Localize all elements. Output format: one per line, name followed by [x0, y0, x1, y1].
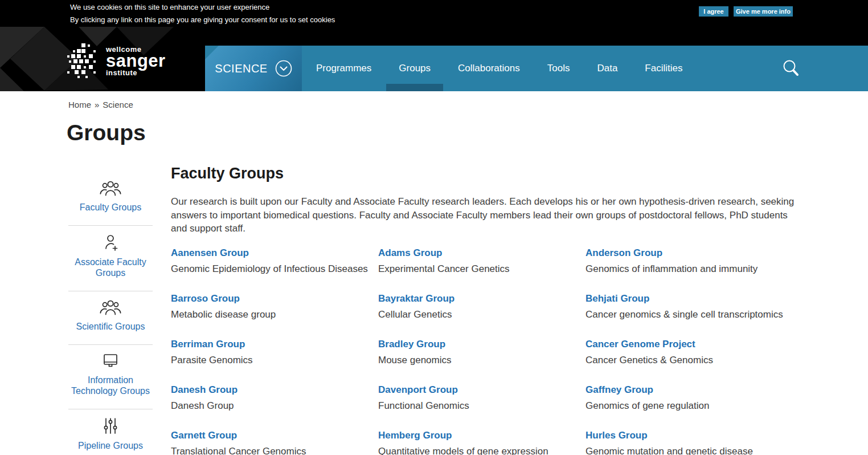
group-link[interactable]: Hemberg Group [378, 429, 452, 441]
group-list-item: Hemberg Group Quantitative models of gen… [378, 429, 586, 455]
cookie-message-line2: By clicking any link on this page you ar… [70, 15, 335, 24]
sidebar-item-information-technology-groups[interactable]: Information Technology Groups [68, 344, 153, 409]
sidebar-item-scientific-groups[interactable]: Scientific Groups [68, 291, 153, 344]
breadcrumb-separator: » [95, 100, 99, 109]
group-list-item: Garnett Group Translational Cancer Genom… [171, 429, 378, 455]
sidebar-item-associate-faculty-groups[interactable]: Associate Faculty Groups [68, 225, 153, 291]
sanger-logo[interactable]: wellcome sanger institute [67, 43, 166, 79]
group-link[interactable]: Barroso Group [171, 292, 240, 304]
group-link[interactable]: Aanensen Group [171, 247, 249, 259]
group-list-item: Bayraktar Group Cellular Genetics [378, 292, 586, 338]
group-link[interactable]: Adams Group [378, 247, 442, 259]
group-description: Cellular Genetics [378, 308, 586, 320]
groups-grid: Aanensen Group Genomic Epidemiology of I… [171, 247, 820, 455]
group-description: Cancer genomics & single cell transcript… [586, 308, 793, 320]
group-link[interactable]: Garnett Group [171, 429, 237, 441]
group-description: Parasite Genomics [171, 354, 378, 366]
nav-item-data[interactable]: Data [597, 46, 617, 91]
groups-sidebar: Faculty Groups Associate Faculty Groups … [68, 172, 153, 455]
search-button[interactable] [781, 59, 801, 78]
group-list-item: Hurles Group Genomic mutation and geneti… [586, 429, 793, 455]
sliders-icon [68, 417, 153, 437]
group-link[interactable]: Hurles Group [586, 429, 648, 441]
breadcrumb-science-link[interactable]: Science [103, 100, 133, 109]
group-list-item: Gaffney Group Genomics of gene regulatio… [586, 384, 793, 429]
group-link[interactable]: Bradley Group [378, 338, 445, 350]
group-link[interactable]: Cancer Genome Project [586, 338, 695, 350]
cookie-agree-button[interactable]: I agree [699, 6, 728, 17]
group-link[interactable]: Bayraktar Group [378, 292, 455, 304]
group-link[interactable]: Behjati Group [586, 292, 649, 304]
section-intro: Our research is built upon our Faculty a… [171, 195, 804, 235]
main-navbar: SCIENCE Programmes Groups Collaborations… [205, 46, 868, 91]
nav-item-collaborations[interactable]: Collaborations [458, 46, 520, 91]
group-list-item: Anderson Group Genomics of inflammation … [586, 247, 793, 292]
group-description: Genomic Epidemiology of Infectious Disea… [171, 263, 378, 275]
group-description: Genomics of gene regulation [586, 400, 793, 412]
group-list-item: Davenport Group Functional Genomics [378, 384, 586, 429]
breadcrumb-home-link[interactable]: Home [68, 100, 91, 109]
group-description: Danesh Group [171, 400, 378, 412]
sidebar-item-label: Faculty Groups [68, 202, 153, 213]
search-icon [781, 59, 801, 78]
group-list-item: Danesh Group Danesh Group [171, 384, 378, 429]
people-group-icon [68, 180, 153, 198]
group-description: Quantitative models of gene expression [378, 445, 586, 455]
breadcrumb: Home » Science [68, 100, 133, 109]
nav-item-programmes[interactable]: Programmes [316, 46, 371, 91]
group-link[interactable]: Anderson Group [586, 247, 662, 259]
science-section-label: SCIENCE [215, 62, 267, 75]
group-link[interactable]: Danesh Group [171, 384, 238, 396]
sidebar-item-label: Pipeline Groups [68, 440, 153, 451]
group-description: Genomic mutation and genetic disease [586, 445, 793, 455]
nav-item-tools[interactable]: Tools [547, 46, 570, 91]
group-description: Metabolic disease group [171, 308, 378, 320]
nav-links: Programmes Groups Collaborations Tools D… [316, 46, 682, 91]
group-description: Functional Genomics [378, 400, 586, 412]
monitor-icon [68, 353, 153, 371]
chevron-down-icon [275, 60, 292, 77]
person-add-icon [68, 234, 153, 253]
group-list-item: Behjati Group Cancer genomics & single c… [586, 292, 793, 338]
section-heading: Faculty Groups [171, 164, 820, 182]
sidebar-item-faculty-groups[interactable]: Faculty Groups [68, 172, 153, 225]
nav-item-groups[interactable]: Groups [399, 46, 431, 91]
group-list-item: Berriman Group Parasite Genomics [171, 338, 378, 384]
group-list-item: Barroso Group Metabolic disease group [171, 292, 378, 338]
group-link[interactable]: Davenport Group [378, 384, 458, 396]
sanger-logo-text: wellcome sanger institute [106, 46, 166, 76]
group-description: Experimental Cancer Genetics [378, 263, 586, 275]
group-description: Genomics of inflammation and immunity [586, 263, 793, 275]
group-list-item: Adams Group Experimental Cancer Genetics [378, 247, 586, 292]
cookie-message-line1: We use cookies on this site to enhance y… [70, 3, 269, 11]
nav-item-facilities[interactable]: Facilities [645, 46, 682, 91]
science-section-button[interactable]: SCIENCE [205, 46, 302, 91]
header-band: We use cookies on this site to enhance y… [0, 0, 868, 91]
group-description: Cancer Genetics & Genomics [586, 354, 793, 366]
group-description: Mouse genomics [378, 354, 586, 366]
sidebar-item-label: Information Technology Groups [68, 375, 153, 396]
group-link[interactable]: Gaffney Group [586, 384, 653, 396]
group-link[interactable]: Berriman Group [171, 338, 245, 350]
main-content: Faculty Groups Our research is built upo… [171, 164, 820, 455]
group-description: Translational Cancer Genomics [171, 445, 378, 455]
sidebar-item-label: Associate Faculty Groups [68, 257, 153, 278]
people-group-icon [68, 299, 153, 318]
logo-sanger: sanger [106, 53, 166, 69]
group-list-item: Aanensen Group Genomic Epidemiology of I… [171, 247, 378, 292]
cookie-more-info-button[interactable]: Give me more info [734, 6, 793, 17]
sidebar-item-label: Scientific Groups [68, 321, 153, 332]
group-list-item: Bradley Group Mouse genomics [378, 338, 586, 384]
sidebar-item-pipeline-groups[interactable]: Pipeline Groups [68, 409, 153, 455]
group-list-item: Cancer Genome Project Cancer Genetics & … [586, 338, 793, 384]
sanger-logo-pixels [67, 43, 100, 79]
page-title: Groups [67, 120, 146, 145]
